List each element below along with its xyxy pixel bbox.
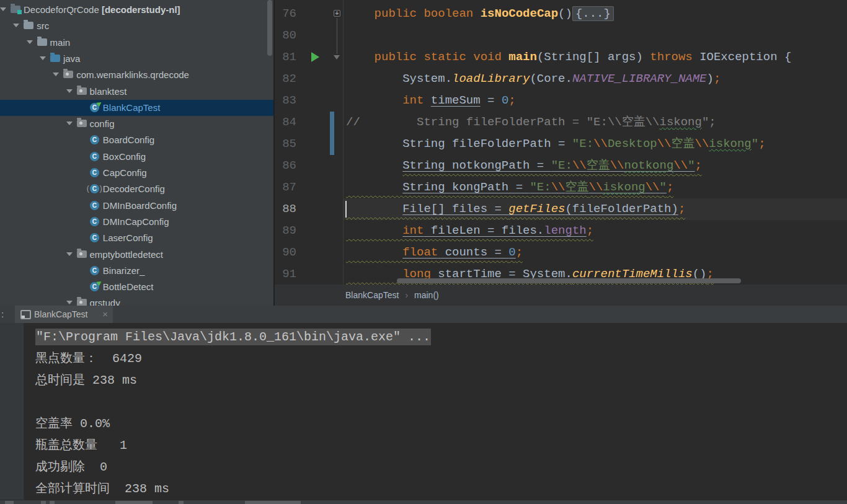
tree-item-label: main [50, 35, 71, 51]
code-editor[interactable]: 76+808182838485868788899091 public boole… [275, 0, 847, 285]
tree-item-label: config [90, 116, 115, 132]
tree-item-label: com.wemarklinks.qrdecode [76, 67, 189, 83]
project-panel: DecodeforQrCode [decoderstudy-nl]srcmain… [0, 0, 273, 306]
run-tab[interactable]: BlankCapTest × [15, 306, 113, 323]
breadcrumb-class[interactable]: BlankCapTest [345, 290, 399, 300]
gutter-separator [343, 0, 344, 285]
fold-collapse-icon[interactable] [334, 55, 340, 60]
tree-item-main[interactable]: main [0, 35, 273, 51]
console-line-6[interactable]: 成功剔除 0 [35, 456, 107, 478]
console-line-2[interactable]: 总时间是 238 ms [35, 369, 137, 391]
chevron-expanded-icon[interactable] [0, 7, 6, 11]
code-line-82[interactable]: System.loadLibrary(Core.NATIVE_LIBRARY_N… [346, 68, 721, 90]
console-line-4[interactable]: 空盖率 0.0% [35, 413, 110, 435]
class-runnable-icon: C [90, 103, 99, 112]
tree-item-DMInCapConfig[interactable]: CDMInCapConfig [0, 214, 273, 230]
console-line-1[interactable]: 黑点数量： 6429 [35, 348, 142, 369]
warning-wave: String kongPath = "E:\\空盖\\iskong\\"; [346, 180, 673, 194]
chevron-expanded-icon[interactable] [27, 40, 33, 44]
chevron-expanded-icon[interactable] [66, 301, 73, 304]
warning-wave: String notkongPath = "E:\\空盖\\notkong\\"… [402, 159, 702, 172]
chevron-expanded-icon[interactable] [40, 56, 46, 60]
chevron-expanded-icon[interactable] [66, 122, 73, 125]
line-number-90: 90 [275, 242, 296, 263]
tree-item-label: src [37, 18, 49, 34]
chevron-expanded-icon[interactable] [13, 24, 19, 27]
tree-item-DecoderConfig[interactable]: ()CDecoderConfig [0, 181, 273, 197]
tree-item-label: BoardConfig [103, 132, 154, 148]
tree-item-label: DMInCapConfig [103, 214, 169, 230]
class-alt-icon: C [90, 184, 99, 193]
code-line-86[interactable]: String notkongPath = "E:\\空盖\\notkong\\"… [346, 155, 702, 177]
line-number-82: 82 [275, 68, 296, 90]
warning-wave: int fileLen = files.length; [346, 224, 593, 237]
editor-hscrollbar-thumb[interactable] [397, 278, 741, 283]
status-blob [5, 501, 14, 504]
tree-item-blanktest[interactable]: blanktest [0, 84, 273, 100]
breadcrumb-bar: BlankCapTest›main() [275, 285, 847, 306]
tree-item-emptybottledetect[interactable]: emptybottledetect [0, 247, 273, 263]
code-line-81[interactable]: public static void main(String[] args) t… [346, 46, 791, 68]
console-line-5[interactable]: 瓶盖总数量 1 [35, 435, 127, 456]
vcs-change-marker[interactable] [330, 112, 334, 133]
run-console-output[interactable]: "F:\Program Files\Java\jdk1.8.0_161\bin\… [24, 323, 847, 500]
tree-item-com.wemarklinks.qrdecode[interactable]: com.wemarklinks.qrdecode [0, 67, 273, 83]
paren-right: ) [100, 184, 102, 193]
run-method-icon[interactable] [311, 52, 319, 62]
code-line-87[interactable]: String kongPath = "E:\\空盖\\iskong\\"; [346, 177, 673, 198]
tree-item-label: BottleDetect [103, 279, 154, 295]
class-icon: C [90, 135, 99, 144]
tree-item-src[interactable]: src [0, 18, 273, 34]
vcs-change-marker[interactable] [330, 133, 334, 155]
class-runnable-icon: C [90, 282, 99, 291]
tree-item-CapConfig[interactable]: CCapConfig [0, 165, 273, 181]
code-line-88[interactable]: File[] files = getFiles(fileFolderPath); [346, 198, 685, 220]
tree-item-label: BlankCapTest [103, 100, 161, 116]
tree-item-BlankCapTest[interactable]: CBlankCapTest [0, 100, 273, 116]
project-scrollbar-thumb[interactable] [267, 0, 272, 56]
close-icon[interactable]: × [102, 306, 108, 323]
text-caret [345, 201, 347, 218]
run-tool-window-bar: : BlankCapTest × [0, 306, 847, 323]
tree-item-BoxConfig[interactable]: CBoxConfig [0, 149, 273, 165]
tree-item-qrstudy[interactable]: qrstudy [0, 295, 273, 306]
code-line-90[interactable]: float counts = 0; [346, 242, 523, 263]
warning-wave: File[] files = getFiles(fileFolderPath); [346, 202, 685, 216]
line-number-85: 85 [275, 133, 296, 155]
code-line-76[interactable]: public boolean isNoCodeCap(){...} [346, 3, 614, 25]
tree-item-DecodeforQrCode[interactable]: DecodeforQrCode [decoderstudy-nl] [0, 2, 273, 18]
line-number-76: 76 [275, 3, 296, 25]
tree-item-LaserConfig[interactable]: CLaserConfig [0, 230, 273, 246]
tree-item-label: Binarizer_ [103, 263, 145, 279]
console-line-7[interactable]: 全部计算时间 238 ms [35, 478, 169, 500]
class-icon: C [90, 201, 99, 210]
line-number-84: 84 [275, 112, 296, 133]
line-number-86: 86 [275, 155, 296, 177]
tree-item-BoardConfig[interactable]: CBoardConfig [0, 132, 273, 148]
breadcrumb-method[interactable]: main() [414, 290, 439, 300]
tree-item-BottleDetect[interactable]: CBottleDetect [0, 279, 273, 295]
fold-expand-icon[interactable]: + [334, 10, 340, 17]
line-number-80: 80 [275, 25, 296, 46]
tree-item-Binarizer_[interactable]: CBinarizer_ [0, 263, 273, 279]
status-blob [50, 501, 55, 504]
run-tab-title: BlankCapTest [34, 306, 87, 323]
chevron-expanded-icon[interactable] [53, 73, 59, 76]
chevron-expanded-icon[interactable] [66, 89, 73, 93]
status-blob [115, 501, 153, 504]
tree-item-label: blanktest [90, 84, 127, 100]
line-number-83: 83 [275, 90, 296, 112]
status-blob [41, 501, 46, 504]
code-line-83[interactable]: int timeSum = 0; [346, 90, 516, 112]
code-line-89[interactable]: int fileLen = files.length; [346, 220, 593, 242]
tree-item-java[interactable]: java [0, 51, 273, 67]
tree-item-DMInBoardConfig[interactable]: CDMInBoardConfig [0, 198, 273, 214]
line-number-89: 89 [275, 220, 296, 242]
command-line-folded[interactable]: "F:\Program Files\Java\jdk1.8.0_161\bin\… [35, 329, 431, 345]
console-line-0[interactable]: "F:\Program Files\Java\jdk1.8.0_161\bin\… [35, 326, 431, 348]
code-line-84[interactable]: // String fileFolderPath = "E:\\空盖\\isko… [346, 112, 716, 133]
tree-item-config[interactable]: config [0, 116, 273, 132]
code-line-85[interactable]: String fileFolderPath = "E:\\Desktop\\空盖… [346, 133, 766, 155]
package-icon [77, 87, 87, 95]
chevron-expanded-icon[interactable] [66, 252, 73, 256]
